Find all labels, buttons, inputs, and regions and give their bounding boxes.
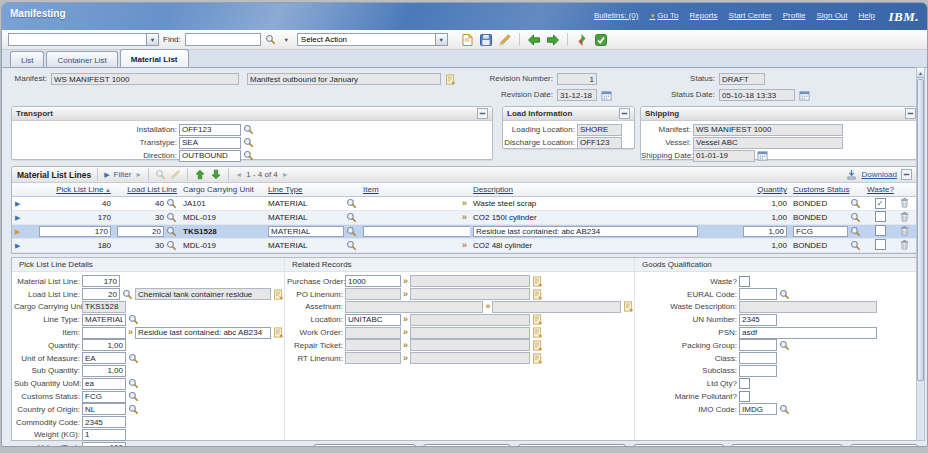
purchase-order-input[interactable] bbox=[345, 275, 401, 287]
po-linenum-description-input[interactable] bbox=[410, 288, 530, 300]
long-description-icon[interactable] bbox=[623, 301, 634, 312]
lookup-icon[interactable] bbox=[243, 124, 254, 135]
waste-checkbox[interactable] bbox=[875, 211, 886, 222]
long-description-icon[interactable] bbox=[532, 276, 543, 287]
header-link-go-to[interactable]: ▼Go To bbox=[649, 11, 678, 20]
header-link-help[interactable]: Help bbox=[859, 11, 875, 20]
col-pick-list-line[interactable]: Pick List Line ▲ bbox=[30, 183, 114, 197]
waste-checkbox[interactable] bbox=[875, 225, 886, 236]
download-icon[interactable] bbox=[846, 169, 857, 180]
manifest-desc-input[interactable] bbox=[247, 73, 441, 85]
status-date-input[interactable] bbox=[719, 89, 795, 101]
long-description-icon[interactable] bbox=[532, 353, 543, 364]
lookup-icon[interactable] bbox=[128, 353, 139, 364]
lookup-icon[interactable] bbox=[243, 150, 254, 161]
quantity-input[interactable] bbox=[743, 226, 787, 237]
lookup-icon[interactable] bbox=[850, 198, 861, 209]
lookup-icon[interactable] bbox=[346, 198, 357, 209]
class-input[interactable] bbox=[739, 352, 777, 364]
work-order-description-input[interactable] bbox=[410, 327, 530, 339]
minimize-icon[interactable] bbox=[619, 108, 630, 119]
subclass-input[interactable] bbox=[739, 365, 777, 377]
waste-checkbox[interactable] bbox=[875, 239, 886, 250]
filter-search-icon[interactable] bbox=[155, 169, 166, 180]
imo-code-input[interactable] bbox=[739, 403, 777, 415]
download-link[interactable]: Download bbox=[861, 170, 897, 179]
detail-menu-icon[interactable]: » bbox=[128, 328, 133, 337]
customs-status-input[interactable] bbox=[82, 391, 126, 403]
page-previous-icon[interactable]: ◄ bbox=[235, 171, 242, 178]
rt-linenum-description-input[interactable] bbox=[410, 352, 530, 364]
item-input[interactable] bbox=[363, 226, 470, 237]
lookup-icon[interactable] bbox=[850, 240, 861, 251]
tab-container-list[interactable]: Container List bbox=[46, 51, 117, 67]
next-row-icon[interactable] bbox=[210, 169, 222, 180]
discharge-location-input[interactable] bbox=[577, 137, 622, 149]
item-input[interactable] bbox=[82, 327, 126, 339]
row-detail-arrow-icon[interactable]: ▶ bbox=[15, 228, 20, 235]
page-next-icon[interactable]: ► bbox=[282, 171, 289, 178]
from-receipts-button[interactable]: From Receipts bbox=[423, 444, 511, 447]
loading-location-input[interactable] bbox=[577, 124, 622, 136]
next-record-icon[interactable] bbox=[546, 33, 560, 47]
scrollbar-thumb[interactable] bbox=[917, 79, 924, 381]
country-of-origin-input[interactable] bbox=[82, 403, 126, 415]
line-type-input[interactable] bbox=[82, 314, 126, 326]
shipping-date-input[interactable] bbox=[693, 150, 755, 162]
material-list-line-input[interactable] bbox=[82, 275, 120, 287]
lookup-icon[interactable] bbox=[346, 240, 357, 251]
pick-list-line-input[interactable] bbox=[39, 226, 111, 237]
status-input[interactable] bbox=[719, 73, 765, 85]
detail-menu-icon[interactable]: » bbox=[462, 213, 467, 222]
workflow-icon[interactable] bbox=[594, 33, 608, 47]
detail-menu-icon[interactable]: » bbox=[403, 315, 408, 324]
minimize-icon[interactable] bbox=[477, 108, 488, 119]
header-link-profile[interactable]: Profile bbox=[783, 11, 806, 20]
load-list-line-description-input[interactable] bbox=[135, 288, 271, 300]
lookup-icon[interactable] bbox=[243, 137, 254, 148]
long-description-icon[interactable] bbox=[532, 289, 543, 300]
location-description-input[interactable] bbox=[410, 314, 530, 326]
find-input[interactable] bbox=[185, 33, 261, 46]
marine-pollutant-checkbox[interactable] bbox=[739, 391, 750, 402]
long-description-icon[interactable] bbox=[273, 289, 284, 300]
long-description-icon[interactable] bbox=[532, 314, 543, 325]
lookup-icon[interactable] bbox=[166, 240, 177, 251]
detail-menu-icon[interactable]: » bbox=[485, 302, 490, 311]
lookup-icon[interactable] bbox=[166, 198, 177, 209]
detail-menu-icon[interactable]: » bbox=[462, 241, 467, 250]
waste-checkbox[interactable]: ✓ bbox=[875, 198, 886, 209]
revision-number-input[interactable] bbox=[557, 73, 597, 85]
customs-status-input[interactable] bbox=[793, 226, 848, 237]
long-description-icon[interactable] bbox=[273, 327, 284, 338]
work-order-input[interactable] bbox=[345, 327, 401, 339]
from-rental-register-button[interactable]: From Rental Register bbox=[731, 444, 844, 447]
lookup-icon[interactable] bbox=[122, 289, 133, 300]
col-quantity[interactable]: Quantity bbox=[738, 183, 790, 197]
cargo-carrying-unit-input[interactable] bbox=[82, 301, 126, 313]
ltd-qty-checkbox[interactable] bbox=[739, 378, 750, 389]
lookup-icon[interactable] bbox=[779, 404, 790, 415]
from-repair-tickets-button[interactable]: From Repair Tickets bbox=[518, 444, 627, 447]
vertical-scrollbar[interactable]: ▲ bbox=[916, 67, 925, 441]
header-link-bulletins-0[interactable]: Bulletins: (0) bbox=[594, 11, 638, 20]
col-waste[interactable]: Waste? bbox=[864, 183, 896, 197]
lookup-icon[interactable] bbox=[166, 226, 177, 237]
commodity-code-input[interactable] bbox=[82, 416, 126, 428]
col-description[interactable]: Description bbox=[470, 183, 738, 197]
new-record-icon[interactable] bbox=[460, 33, 474, 47]
repair-ticket-input[interactable] bbox=[345, 339, 401, 351]
unit-of-measure-input[interactable] bbox=[82, 352, 126, 364]
saved-query-input[interactable] bbox=[8, 33, 146, 46]
psn-input[interactable] bbox=[739, 327, 877, 339]
detail-menu-icon[interactable]: » bbox=[403, 328, 408, 337]
assetnum-description-input[interactable] bbox=[492, 301, 621, 313]
lookup-icon[interactable] bbox=[850, 226, 861, 237]
row-detail-arrow-icon[interactable]: ▶ bbox=[15, 200, 20, 207]
delete-row-icon[interactable] bbox=[899, 225, 910, 236]
lookup-icon[interactable] bbox=[128, 314, 139, 325]
delete-row-icon[interactable] bbox=[899, 211, 910, 222]
filter-clear-icon[interactable] bbox=[170, 169, 181, 180]
item-description-input[interactable] bbox=[135, 327, 271, 339]
tab-list[interactable]: List bbox=[10, 51, 44, 67]
